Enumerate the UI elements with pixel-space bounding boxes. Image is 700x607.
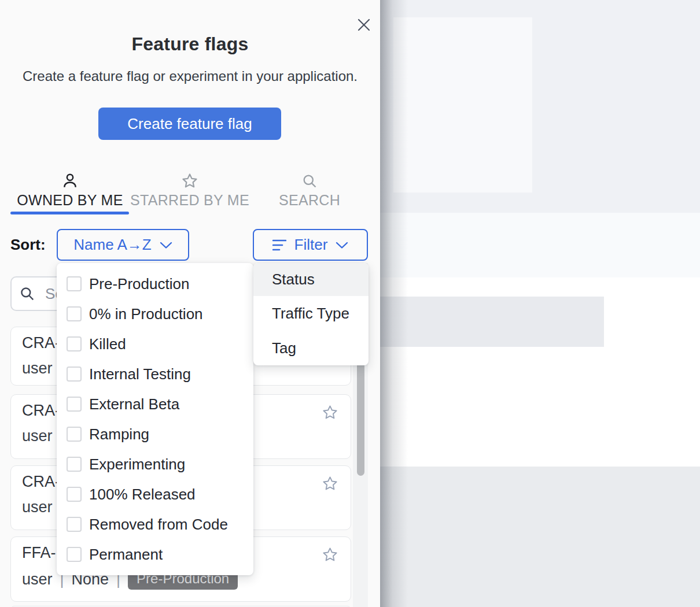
- menu-item-0-in-production[interactable]: 0% in Production: [57, 299, 253, 329]
- checkbox[interactable]: [67, 517, 82, 532]
- star-icon[interactable]: [322, 404, 338, 421]
- menu-item-permanent[interactable]: Permanent: [57, 539, 253, 569]
- status-filter-menu: Pre-Production 0% in Production Killed I…: [57, 263, 253, 575]
- flag-name: FFA-: [22, 544, 56, 562]
- menu-item-internal-testing[interactable]: Internal Testing: [57, 359, 253, 389]
- tab-starred-by-me-label: STARRED BY ME: [126, 192, 253, 209]
- star-icon[interactable]: [322, 546, 338, 563]
- scrollbar-thumb[interactable]: [357, 347, 364, 476]
- menu-item-tag[interactable]: Tag: [253, 331, 369, 365]
- checkbox[interactable]: [67, 547, 82, 562]
- menu-item-removed-from-code[interactable]: Removed from Code: [57, 509, 253, 539]
- tab-owned-by-me-label: OWNED BY ME: [6, 192, 134, 209]
- person-icon: [6, 172, 134, 190]
- create-feature-flag-button[interactable]: Create feature flag: [98, 108, 281, 140]
- menu-item-pre-production[interactable]: Pre-Production: [57, 269, 253, 299]
- skeleton-block-bottom: [380, 467, 700, 607]
- star-icon: [126, 172, 253, 190]
- page-title: Feature flags: [0, 34, 380, 55]
- menu-item-ramping[interactable]: Ramping: [57, 419, 253, 449]
- feature-flags-drawer: Feature flags Create a feature flag or e…: [0, 0, 380, 607]
- checkbox[interactable]: [67, 487, 82, 502]
- checkbox[interactable]: [67, 276, 82, 291]
- checkbox[interactable]: [67, 336, 82, 351]
- drawer-shadow: [380, 0, 408, 607]
- active-tab-underline: [10, 212, 129, 214]
- tab-search[interactable]: SEARCH: [246, 172, 373, 209]
- tab-owned-by-me[interactable]: OWNED BY ME: [6, 172, 134, 209]
- sort-value: Name A→Z: [73, 236, 151, 254]
- tab-search-label: SEARCH: [246, 192, 373, 209]
- chevron-down-icon: [160, 241, 172, 249]
- search-icon: [246, 172, 373, 190]
- flag-meta: user: [22, 427, 53, 445]
- chevron-down-icon: [336, 241, 348, 249]
- filter-icon: [272, 238, 286, 253]
- flag-meta: user: [22, 360, 53, 377]
- sort-label: Sort:: [10, 236, 46, 254]
- menu-item-killed[interactable]: Killed: [57, 329, 253, 359]
- checkbox[interactable]: [67, 397, 82, 412]
- skeleton-block-row: [380, 297, 604, 347]
- menu-item-external-beta[interactable]: External Beta: [57, 389, 253, 419]
- filter-dropdown-button[interactable]: Filter: [253, 229, 368, 261]
- flag-name: CRA-: [22, 402, 60, 420]
- flag-meta: user: [22, 498, 53, 516]
- flag-name: CRA-: [22, 473, 60, 491]
- flag-name: CRA-: [22, 334, 60, 352]
- checkbox[interactable]: [67, 457, 82, 472]
- skeleton-block-band: [380, 213, 700, 277]
- star-icon[interactable]: [322, 475, 338, 492]
- menu-item-100-released[interactable]: 100% Released: [57, 479, 253, 509]
- filter-category-menu: Status Traffic Type Tag: [253, 263, 369, 365]
- checkbox[interactable]: [67, 367, 82, 382]
- filter-label: Filter: [294, 236, 328, 254]
- skeleton-block-panel: [393, 17, 532, 193]
- close-icon[interactable]: [356, 17, 371, 32]
- menu-item-experimenting[interactable]: Experimenting: [57, 449, 253, 479]
- background-page: [380, 0, 700, 607]
- checkbox[interactable]: [67, 306, 82, 321]
- sort-dropdown-button[interactable]: Name A→Z: [57, 229, 189, 261]
- traffic-type: user: [22, 571, 53, 589]
- menu-item-status[interactable]: Status: [253, 263, 369, 296]
- menu-item-traffic-type[interactable]: Traffic Type: [253, 296, 369, 331]
- page-subtitle: Create a feature flag or experiment in y…: [0, 68, 380, 84]
- tab-starred-by-me[interactable]: STARRED BY ME: [126, 172, 253, 209]
- checkbox[interactable]: [67, 427, 82, 442]
